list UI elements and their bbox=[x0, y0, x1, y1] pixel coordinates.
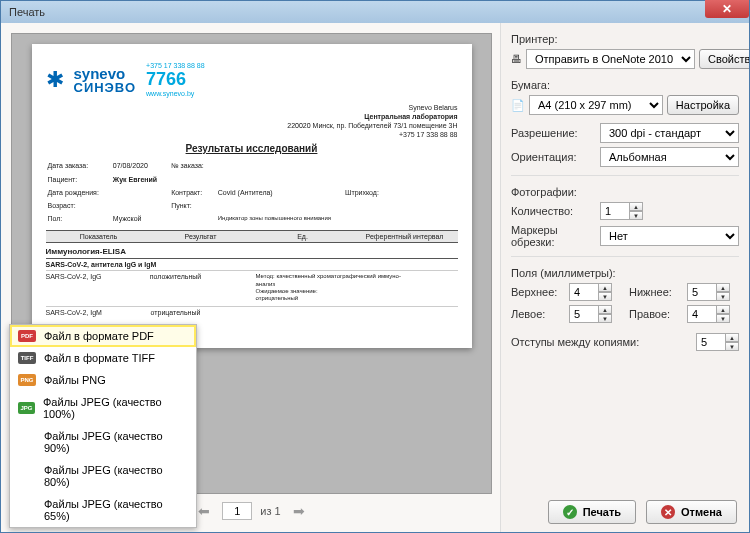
export-jpeg-65[interactable]: Файлы JPEG (качество 65%) bbox=[10, 493, 196, 527]
margin-right-stepper[interactable]: ▲▼ bbox=[687, 305, 739, 323]
info-grid: Дата заказа:07/08/2020№ заказа: Пациент:… bbox=[46, 158, 393, 226]
crop-select[interactable]: Нет bbox=[600, 226, 739, 246]
export-png[interactable]: PNGФайлы PNG bbox=[10, 369, 196, 391]
gap-label: Отступы между копиями: bbox=[511, 336, 690, 348]
paper-icon: 📄 bbox=[511, 99, 525, 112]
printer-label: Принтер: bbox=[511, 33, 739, 45]
addr-line: Центральная лаборатория bbox=[46, 112, 458, 121]
export-menu: PDFФайл в формате PDF TIFFФайл в формате… bbox=[9, 324, 197, 528]
margin-bottom-stepper[interactable]: ▲▼ bbox=[687, 283, 739, 301]
settings-panel: Принтер: 🖶 Отправить в OneNote 2010 Свой… bbox=[501, 23, 749, 532]
page-of-label: из 1 bbox=[260, 505, 280, 517]
export-jpeg-90[interactable]: Файлы JPEG (качество 90%) bbox=[10, 425, 196, 459]
orientation-label: Ориентация: bbox=[511, 151, 596, 163]
next-page-button[interactable]: ➡ bbox=[289, 503, 309, 519]
window-title: Печать bbox=[5, 6, 745, 18]
prev-page-button[interactable]: ⬅ bbox=[194, 503, 214, 519]
printer-icon: 🖶 bbox=[511, 53, 522, 65]
margin-right-label: Правое: bbox=[629, 308, 679, 320]
gap-stepper[interactable]: ▲▼ bbox=[696, 333, 739, 351]
printer-select[interactable]: Отправить в OneNote 2010 bbox=[526, 49, 695, 69]
paper-settings-button[interactable]: Настройка bbox=[667, 95, 739, 115]
phone-big: 7766 bbox=[146, 69, 205, 90]
document-page: ✱ synevo СИНЭВО +375 17 338 88 88 7766 w… bbox=[32, 44, 472, 348]
export-jpeg-100[interactable]: JPGФайлы JPEG (качество 100%) bbox=[10, 391, 196, 425]
margin-top-stepper[interactable]: ▲▼ bbox=[569, 283, 621, 301]
logo-icon: ✱ bbox=[46, 67, 64, 93]
export-tiff[interactable]: TIFFФайл в формате TIFF bbox=[10, 347, 196, 369]
margin-left-stepper[interactable]: ▲▼ bbox=[569, 305, 621, 323]
logo-text-top: synevo bbox=[74, 66, 137, 81]
print-button[interactable]: ✓Печать bbox=[548, 500, 636, 524]
phone-url: www.synevo.by bbox=[146, 90, 205, 97]
quantity-stepper[interactable]: ▲▼ bbox=[600, 202, 739, 220]
spin-down[interactable]: ▼ bbox=[629, 211, 643, 220]
margin-bottom-label: Нижнее: bbox=[629, 286, 679, 298]
export-pdf[interactable]: PDFФайл в формате PDF bbox=[10, 325, 196, 347]
export-jpeg-80[interactable]: Файлы JPEG (качество 80%) bbox=[10, 459, 196, 493]
subsection-title: SARS-CoV-2, антитела IgG и IgM bbox=[46, 259, 458, 271]
photos-label: Фотографии: bbox=[511, 186, 739, 198]
close-button[interactable]: ✕ bbox=[705, 0, 749, 18]
section-title: Иммунология-ELISA bbox=[46, 243, 458, 259]
results-title: Результаты исследований bbox=[46, 143, 458, 154]
resolution-select[interactable]: 300 dpi - стандарт bbox=[600, 123, 739, 143]
cancel-button[interactable]: ✕Отмена bbox=[646, 500, 737, 524]
phone-small: +375 17 338 88 88 bbox=[146, 62, 205, 69]
margin-top-label: Верхнее: bbox=[511, 286, 561, 298]
margin-left-label: Левое: bbox=[511, 308, 561, 320]
preview-panel: ✱ synevo СИНЭВО +375 17 338 88 88 7766 w… bbox=[1, 23, 501, 532]
print-dialog: Печать ✕ ✱ synevo СИНЭВО +375 17 338 88 … bbox=[0, 0, 750, 533]
resolution-label: Разрешение: bbox=[511, 127, 596, 139]
properties-button[interactable]: Свойства bbox=[699, 49, 749, 69]
orientation-select[interactable]: Альбомная bbox=[600, 147, 739, 167]
addr-line: +375 17 338 88 88 bbox=[46, 130, 458, 139]
crop-label: Маркеры обрезки: bbox=[511, 224, 596, 248]
page-input[interactable] bbox=[222, 502, 252, 520]
paper-select[interactable]: A4 (210 x 297 mm) bbox=[529, 95, 663, 115]
titlebar: Печать ✕ bbox=[1, 1, 749, 23]
check-icon: ✓ bbox=[563, 505, 577, 519]
logo-text-bottom: СИНЭВО bbox=[74, 81, 137, 94]
spin-up[interactable]: ▲ bbox=[629, 202, 643, 211]
margins-label: Поля (миллиметры): bbox=[511, 267, 739, 279]
paper-label: Бумага: bbox=[511, 79, 739, 91]
cancel-icon: ✕ bbox=[661, 505, 675, 519]
addr-line: 220020 Минск, пр. Победителей 73/1 помещ… bbox=[46, 121, 458, 130]
quantity-label: Количество: bbox=[511, 205, 596, 217]
addr-line: Synevo Belarus bbox=[46, 103, 458, 112]
